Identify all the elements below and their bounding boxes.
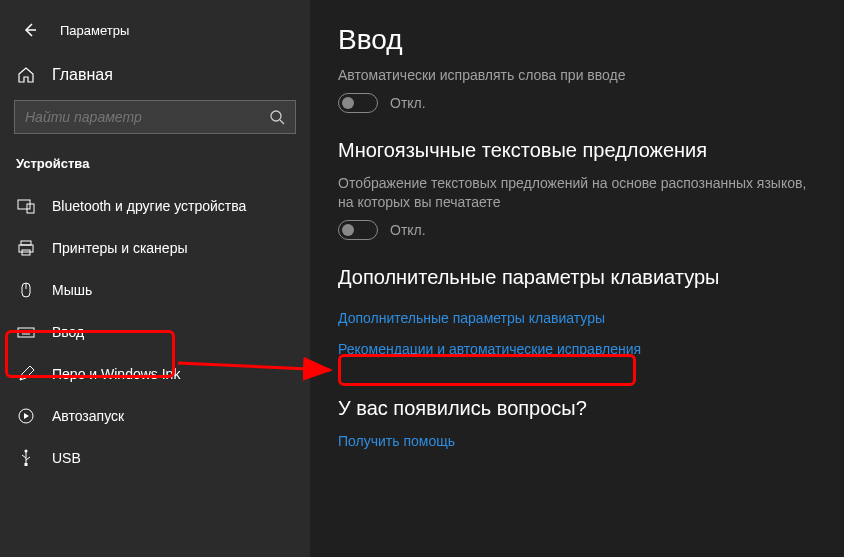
arrow-left-icon [22,22,38,38]
nav-label: Ввод [52,324,84,340]
home-label: Главная [52,66,113,84]
sidebar-item-usb[interactable]: USB [0,437,310,479]
nav-label: USB [52,450,81,466]
window-title: Параметры [60,23,129,38]
svg-rect-8 [18,328,34,337]
back-button[interactable] [16,16,44,44]
svg-rect-17 [25,463,28,466]
header: Параметры [0,12,310,56]
devices-icon [16,197,36,215]
printer-icon [16,239,36,257]
section-label: Устройства [0,150,310,185]
autoplay-icon [16,407,36,425]
sidebar-item-mouse[interactable]: Мышь [0,269,310,311]
search-box[interactable] [14,100,296,134]
nav-label: Bluetooth и другие устройства [52,198,246,214]
nav-label: Автозапуск [52,408,124,424]
advanced-keyboard-link[interactable]: Дополнительные параметры клавиатуры [338,310,605,326]
sidebar-item-typing[interactable]: Ввод [0,311,310,353]
nav-label: Перо и Windows Ink [52,366,180,382]
nav-label: Мышь [52,282,92,298]
multilingual-toggle[interactable] [338,220,378,240]
multilingual-toggle-row: Откл. [338,220,816,240]
autocorrect-state: Откл. [390,95,426,111]
keyboard-icon [16,323,36,341]
sidebar: Параметры Главная Устройства Bluetooth и… [0,0,310,557]
sidebar-item-bluetooth[interactable]: Bluetooth и другие устройства [0,185,310,227]
suggestions-link[interactable]: Рекомендации и автоматические исправлени… [338,341,641,357]
pen-icon [16,365,36,383]
svg-point-14 [20,378,22,380]
main-content: Ввод Автоматически исправлять слова при … [310,0,844,557]
multilingual-desc: Отображение текстовых предложений на осн… [338,174,816,212]
home-icon [16,66,36,84]
svg-rect-3 [21,241,31,245]
search-icon [269,109,285,125]
sidebar-item-pen[interactable]: Перо и Windows Ink [0,353,310,395]
usb-icon [16,449,36,467]
autocorrect-toggle-row: Откл. [338,93,816,113]
multilingual-state: Откл. [390,222,426,238]
advanced-heading: Дополнительные параметры клавиатуры [338,266,816,289]
home-nav[interactable]: Главная [0,56,310,94]
multilingual-heading: Многоязычные текстовые предложения [338,139,816,162]
sidebar-item-printers[interactable]: Принтеры и сканеры [0,227,310,269]
svg-point-16 [25,450,28,453]
search-input[interactable] [25,109,269,125]
autocorrect-desc: Автоматически исправлять слова при вводе [338,66,816,85]
get-help-link[interactable]: Получить помощь [338,433,455,449]
sidebar-item-autoplay[interactable]: Автозапуск [0,395,310,437]
autocorrect-toggle[interactable] [338,93,378,113]
nav-label: Принтеры и сканеры [52,240,187,256]
mouse-icon [16,281,36,299]
svg-point-0 [271,111,281,121]
svg-rect-4 [19,245,33,252]
help-heading: У вас появились вопросы? [338,397,816,420]
page-title: Ввод [338,24,816,56]
